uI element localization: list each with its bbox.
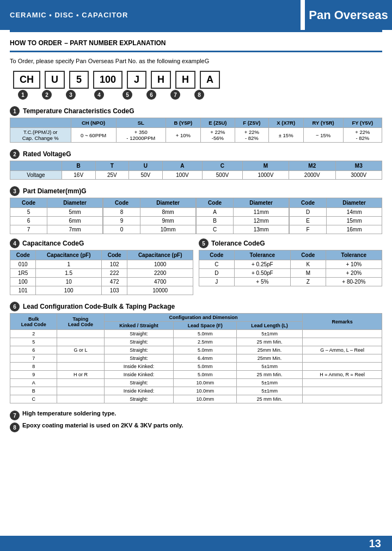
- table-row: C13mm: [197, 225, 289, 234]
- table-row: F16mm: [290, 225, 382, 234]
- diam-table-2: CodeDiameter 88mm 99mm 010mm: [103, 198, 196, 234]
- pn-box-8: A: [200, 71, 220, 89]
- circle-8: 8: [189, 90, 209, 100]
- diam-section-header: 3 Part Diameter(mm)G: [0, 184, 392, 198]
- table-row: BInside Kinked:10.0mm5±1mm: [10, 387, 382, 395]
- temp-th-0: [10, 118, 71, 128]
- page-number: 13: [369, 537, 381, 550]
- lead-th-ll: Lead Length (L): [236, 322, 302, 330]
- pn-box-2: U: [45, 71, 65, 89]
- header: CERAMIC • DISC • CAPACITOR Pan Overseas: [0, 0, 392, 30]
- volt-th-7: M2: [289, 161, 335, 171]
- temp-th-5: F (Z5V): [235, 118, 268, 128]
- how-to-order-title: HOW TO ORDER – PART NUMBER EXPLANATION: [10, 38, 382, 47]
- pn-box-4: 100: [93, 71, 122, 89]
- voltage-table: B T U A C M M2 M3 Voltage 16V 25V 50V 10…: [10, 161, 382, 180]
- voltage-table-wrap: B T U A C M M2 M3 Voltage 16V 25V 50V 10…: [10, 161, 382, 180]
- diam-table-wrap: CodeDiameter 55mm 66mm 77mm CodeDiameter…: [10, 198, 382, 234]
- table-row: A11mm: [197, 208, 289, 217]
- lead-th-lsf: Lead Space (F): [174, 322, 237, 330]
- diam-table-3: CodeDiameter A11mm B12mm C13mm: [196, 198, 289, 234]
- tol-th-code2: Code: [290, 250, 326, 260]
- temp-th-2: SL: [116, 118, 166, 128]
- diam-th-code2: Code: [103, 198, 140, 208]
- pn-box-5: J: [127, 71, 146, 89]
- temp-th-3: B (Y5P): [166, 118, 200, 128]
- lead-table: BulkLead Code TapingLead Code Configurat…: [10, 313, 382, 403]
- tol-table: Code Tolerance Code Tolerance C+ 0.25pFK…: [199, 250, 382, 286]
- table-row: 7Straight:6.4mm25mm Min.: [10, 354, 382, 363]
- table-row: 66mm: [10, 217, 103, 225]
- diam-title: Part Diameter(mm)G: [23, 187, 87, 195]
- volt-v3: 50V: [129, 171, 163, 180]
- temp-th-1: CH (NPO): [71, 118, 116, 128]
- lead-section-header: 6 Lead Configuration Code-Bulk & Taping …: [0, 299, 392, 313]
- diam-th-diam3: Diameter: [234, 198, 289, 208]
- cap-title: Capacitance CodeG: [22, 240, 84, 247]
- cap-th-cap1: Capacitance (pF): [36, 250, 102, 260]
- circle-2: 2: [37, 90, 57, 100]
- temp-table: CH (NPO) SL B (Y5P) E (Z5U) F (Z5V) X (X…: [10, 118, 382, 143]
- circle-icon-3: 3: [10, 186, 20, 196]
- table-row: AStraight:10.0mm5±1mm: [10, 379, 382, 387]
- diam-th-code3: Code: [197, 198, 234, 208]
- volt-th-6: M: [242, 161, 289, 171]
- volt-th-5: C: [203, 161, 243, 171]
- circle-icon-4: 4: [10, 238, 20, 248]
- table-row: 6G or LStraight:5.0mm25mm Min.G – Ammo, …: [10, 346, 382, 354]
- table-row: B12mm: [197, 217, 289, 225]
- volt-v1: 16V: [62, 171, 95, 180]
- table-row: T.C.(PPM/J) orCap. Change % 0 ~ 60PPM + …: [10, 128, 382, 143]
- temp-th-8: FY (Y5V): [343, 118, 382, 128]
- pn-box-3: 5: [69, 71, 89, 89]
- temp-val-1: 0 ~ 60PPM: [71, 128, 116, 143]
- footer: 13: [0, 536, 392, 551]
- circle-icon-8: 8: [10, 423, 20, 432]
- table-row: 88mm: [103, 208, 196, 217]
- cap-header: 4 Capacitance CodeG: [10, 238, 193, 248]
- header-subtitle-bar: CERAMIC • DISC • CAPACITOR: [0, 0, 301, 30]
- volt-v6: 1000V: [242, 171, 289, 180]
- notes-section: 7 High temperature soldering type. 8 Epo…: [0, 408, 392, 450]
- cap-table: Code Capacitance (pF) Code Capacitance (…: [10, 250, 193, 295]
- note-1-text: High temperature soldering type.: [22, 410, 116, 417]
- section-main-title: HOW TO ORDER – PART NUMBER EXPLANATION: [0, 32, 392, 50]
- table-row: E15mm: [290, 217, 382, 225]
- brand-name: Pan Overseas: [309, 8, 388, 22]
- cap-tol-row: 4 Capacitance CodeG Code Capacitance (pF…: [10, 238, 382, 295]
- diam-table-4: CodeDiameter D14mm E15mm F16mm: [289, 198, 382, 234]
- diam-th-diam4: Diameter: [327, 198, 382, 208]
- part-number-row: CH U 5 100 J H H A: [0, 69, 392, 89]
- circle-6: 6: [142, 90, 161, 100]
- pn-box-7: H: [175, 71, 195, 89]
- table-row: 100104724700: [10, 278, 193, 286]
- tol-col: 5 Tolerance CodeG Code Tolerance Code To…: [199, 238, 382, 295]
- diam-section: CodeDiameter 55mm 66mm 77mm CodeDiameter…: [10, 198, 382, 234]
- temp-val-8: + 22%- 82%: [343, 128, 382, 143]
- lead-th-ks: Kinked / Straight: [104, 322, 174, 330]
- diam-th-code: Code: [10, 198, 47, 208]
- volt-v7: 2000V: [289, 171, 335, 180]
- temp-title: Temperature Characteristics CodeG: [23, 107, 134, 115]
- temp-table-wrap: CH (NPO) SL B (Y5P) E (Z5U) F (Z5V) X (X…: [10, 118, 382, 143]
- page: CERAMIC • DISC • CAPACITOR Pan Overseas …: [0, 0, 392, 551]
- note-2-text: Epoxy coating material is used on 2KV & …: [22, 422, 183, 428]
- circle-4: 4: [85, 90, 113, 100]
- table-row: 10110010310000: [10, 286, 193, 295]
- cap-th-code2: Code: [101, 250, 127, 260]
- circle-icon-6: 6: [10, 302, 20, 311]
- table-row: 2Straight:5.0mm5±1mm: [10, 330, 382, 338]
- volt-v5: 500V: [203, 171, 243, 180]
- circle-icon-7: 7: [10, 411, 20, 420]
- table-row: 010mm: [103, 225, 196, 234]
- header-subtitle: CERAMIC • DISC • CAPACITOR: [10, 11, 128, 19]
- volt-th-2: T: [95, 161, 129, 171]
- cap-th-code1: Code: [10, 250, 36, 260]
- table-row: 01011021000: [10, 260, 193, 269]
- table-row: 9H or RInside Kinked:5.0mm25 mm Min.H = …: [10, 371, 382, 379]
- tol-header: 5 Tolerance CodeG: [199, 238, 382, 248]
- volt-label: Voltage: [10, 171, 62, 180]
- voltage-section-header: 2 Rated VoltageG: [0, 147, 392, 161]
- table-row: 99mm: [103, 217, 196, 225]
- pn-box-1: CH: [13, 71, 40, 89]
